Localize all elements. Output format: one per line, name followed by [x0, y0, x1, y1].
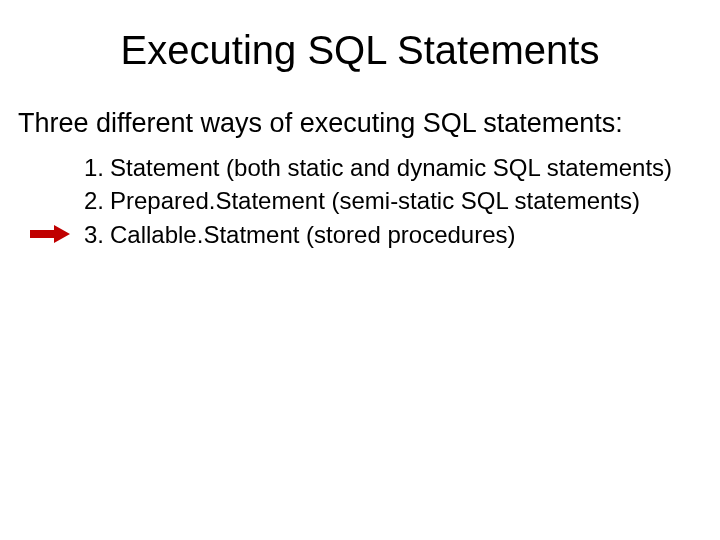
- slide: Executing SQL Statements Three different…: [0, 0, 720, 540]
- numbered-list: 1. Statement (both static and dynamic SQ…: [76, 151, 702, 252]
- intro-text: Three different ways of executing SQL st…: [18, 107, 702, 141]
- arrow-right-icon: [30, 224, 70, 244]
- list-item: 1. Statement (both static and dynamic SQ…: [76, 151, 702, 185]
- list-text: Prepared.Statement (semi-static SQL stat…: [110, 184, 702, 218]
- list-number: 1.: [76, 151, 104, 185]
- slide-title: Executing SQL Statements: [18, 28, 702, 73]
- list-item: 3. Callable.Statment (stored procedures): [76, 218, 702, 252]
- list-text: Statement (both static and dynamic SQL s…: [110, 151, 702, 185]
- list-number: 2.: [76, 184, 104, 218]
- arrow-shape: [30, 225, 70, 243]
- list-item: 2. Prepared.Statement (semi-static SQL s…: [76, 184, 702, 218]
- list-number: 3.: [76, 218, 104, 252]
- list-text: Callable.Statment (stored procedures): [110, 218, 702, 252]
